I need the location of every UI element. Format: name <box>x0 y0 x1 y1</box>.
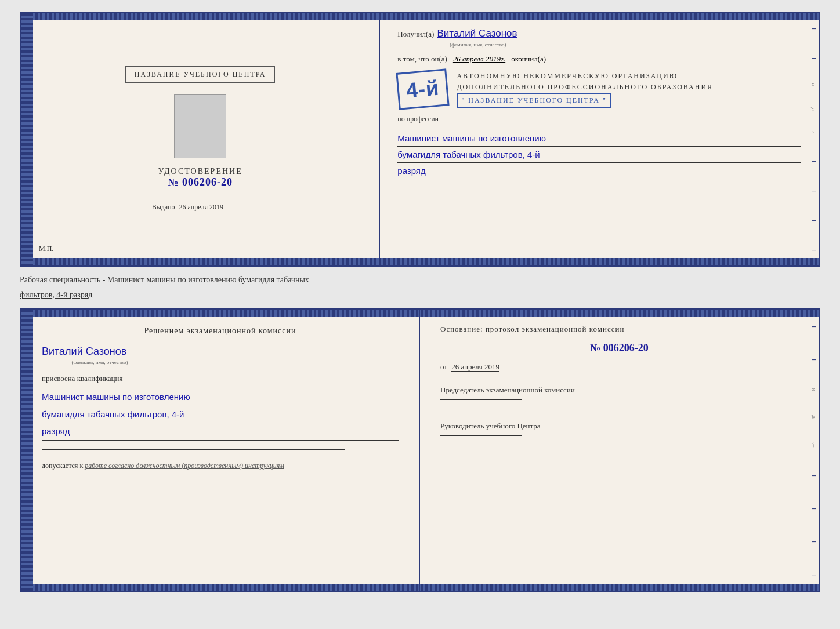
left-border <box>21 13 33 265</box>
info-text-block: Рабочая специальность - Машинист машины … <box>20 272 820 303</box>
recipient-name: Виталий Сазонов <box>437 28 517 39</box>
recipient-subtitle: (фамилия, имя, отчество) <box>450 42 801 48</box>
mp-label: М.П. <box>39 245 53 253</box>
qualification-block: Машинист машины по изготовлению бумагидл… <box>42 389 399 441</box>
bottom-left-page: Решением экзаменационной комиссии Витали… <box>21 310 420 591</box>
profession-line1: Машинист машины по изготовлению <box>397 130 801 147</box>
stamp-number: 4-й <box>405 76 441 103</box>
cert-right-page: Получил(а) Виталий Сазонов – (фамилия, и… <box>380 13 819 265</box>
dash1: – <box>523 30 527 39</box>
org-name-box: " НАЗВАНИЕ УЧЕБНОГО ЦЕНТРА " <box>457 93 611 108</box>
v-tom-chto: в том, что он(а) <box>397 54 447 64</box>
udostoverenie-block: УДОСТОВЕРЕНИЕ № 006206-20 <box>158 167 242 188</box>
person-name: Виталий Сазонов <box>42 346 126 358</box>
document-container: НАЗВАНИЕ УЧЕБНОГО ЦЕНТРА УДОСТОВЕРЕНИЕ №… <box>20 12 820 592</box>
v-tom-chto-line: в том, что он(а) 26 апреля 2019г. окончи… <box>397 54 801 64</box>
cert-left-page: НАЗВАНИЕ УЧЕБНОГО ЦЕНТРА УДОСТОВЕРЕНИЕ №… <box>21 13 380 265</box>
bottom-line <box>42 449 345 450</box>
dopuskaetsya-line: допускается к работе согласно должностны… <box>42 461 399 470</box>
profession-line3: разряд <box>397 163 801 179</box>
top-certificate: НАЗВАНИЕ УЧЕБНОГО ЦЕНТРА УДОСТОВЕРЕНИЕ №… <box>20 12 820 267</box>
info-line1: Рабочая специальность - Машинист машины … <box>20 272 820 288</box>
dopuskaetsya-text: работе согласно должностным (производств… <box>85 461 284 470</box>
rukovoditel-signature <box>440 435 522 436</box>
okonchil: окончил(а) <box>511 54 546 64</box>
org-block: АВТОНОМНУЮ НЕКОММЕРЧЕСКУЮ ОРГАНИЗАЦИЮ ДО… <box>457 71 713 108</box>
qual-line1: Машинист машины по изготовлению <box>42 389 399 406</box>
protocol-number: № 006206-20 <box>440 342 798 354</box>
osnovaniye-title: Основание: протокол экзаменационной коми… <box>440 325 798 334</box>
chairman-signature <box>440 399 522 400</box>
date-prefix: от <box>440 362 447 371</box>
org-line1: АВТОНОМНУЮ НЕКОММЕРЧЕСКУЮ ОРГАНИЗАЦИЮ <box>457 71 713 82</box>
cert-number: № 006206-20 <box>158 176 242 188</box>
rukovoditel-label: Руководитель учебного Центра <box>440 421 798 431</box>
issued-date: 26 апреля 2019 <box>179 203 249 212</box>
profession-line2: бумагидля табачных фильтров, 4-й <box>397 147 801 163</box>
prisvoena-label: присвоена квалификация <box>42 374 399 383</box>
rukovoditel-block: Руководитель учебного Центра <box>440 421 798 441</box>
dopuskaetsya-prefix: допускается к <box>42 461 83 470</box>
stamp: 4-й <box>396 68 450 110</box>
person-subtitle: (фамилия, имя, отчество) <box>42 359 158 365</box>
stamp-area: 4-й АВТОНОМНУЮ НЕКОММЕРЧЕСКУЮ ОРГАНИЗАЦИ… <box>397 71 801 108</box>
poluchil-prefix: Получил(а) <box>397 30 434 39</box>
org-line2: ДОПОЛНИТЕЛЬНОГО ПРОФЕССИОНАЛЬНОГО ОБРАЗО… <box>457 82 713 93</box>
profession-block: Машинист машины по изготовлению бумагидл… <box>397 130 801 179</box>
info-line2: фильтров, 4-й разряд <box>20 288 820 303</box>
qual-line3: разряд <box>42 423 399 441</box>
po-professii: по профессии <box>397 115 801 123</box>
bottom-certificate: Решением экзаменационной комиссии Витали… <box>20 308 820 592</box>
training-center-title: НАЗВАНИЕ УЧЕБНОГО ЦЕНТРА <box>125 66 276 83</box>
right-edge-dashes: – – и ,а ‹– – – – – <box>809 13 819 265</box>
protocol-date: 26 апреля 2019 <box>451 362 499 372</box>
issued-label: Выдано <box>152 203 175 211</box>
issued-line: Выдано 26 апреля 2019 <box>152 203 249 212</box>
bottom-left-border <box>21 310 33 591</box>
person-name-block: Виталий Сазонов (фамилия, имя, отчество) <box>42 346 399 365</box>
recipient-line: Получил(а) Виталий Сазонов – <box>397 28 801 39</box>
chairman-block: Председатель экзаменационной комиссии <box>440 386 798 405</box>
qual-line2: бумагидля табачных фильтров, 4-й <box>42 406 399 424</box>
photo-placeholder <box>174 94 226 158</box>
udostoverenie-label: УДОСТОВЕРЕНИЕ <box>158 167 242 176</box>
date-filled: 26 апреля 2019г. <box>453 54 505 64</box>
chairman-label: Председатель экзаменационной комиссии <box>440 386 798 395</box>
date-line: от 26 апреля 2019 <box>440 362 798 372</box>
bottom-right-page: Основание: протокол экзаменационной коми… <box>420 310 819 591</box>
commission-title: Решением экзаменационной комиссии <box>42 325 399 337</box>
bottom-right-edge-dashes: – – и ,а ‹– – – – – <box>809 310 819 591</box>
